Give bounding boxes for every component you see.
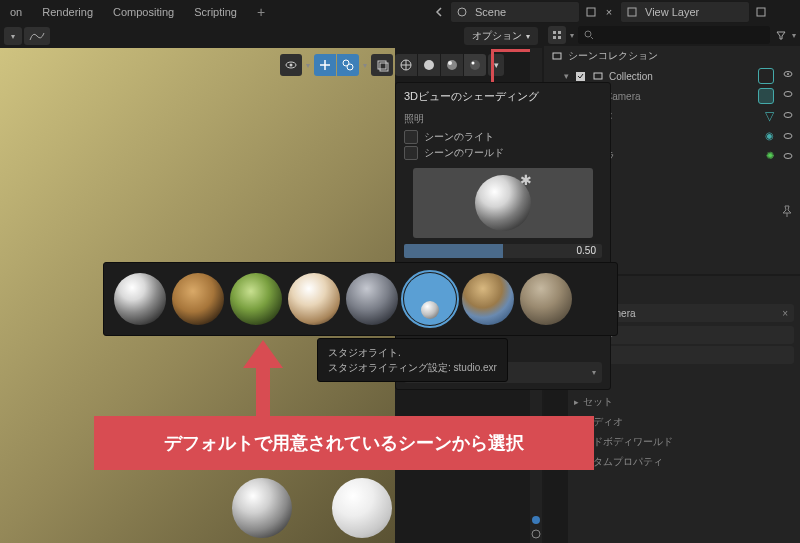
add-workspace-button[interactable]: + <box>247 0 275 24</box>
svg-point-5 <box>290 64 293 67</box>
light-data-icon[interactable]: ✺ <box>766 150 774 162</box>
annotation-banner: デフォルトで用意されているシーンから選択 <box>94 416 594 470</box>
collection-icon <box>591 69 605 83</box>
eye-icon[interactable] <box>782 150 794 162</box>
gear-icon[interactable]: ✱ <box>520 172 532 188</box>
svg-point-15 <box>472 62 475 65</box>
hdri-picker-strip <box>103 262 618 336</box>
scene-lights-checkbox[interactable]: シーンのライト <box>404 130 602 144</box>
eye-icon[interactable] <box>782 109 794 123</box>
svg-point-20 <box>585 31 591 37</box>
scene-world-checkbox[interactable]: シーンのワールド <box>404 146 602 160</box>
scene-dropdown[interactable]: Scene <box>450 1 580 23</box>
eye-icon[interactable] <box>782 68 794 84</box>
tooltip-line1: スタジオライト. <box>328 345 497 360</box>
annotation-text: デフォルトで用意されているシーンから選択 <box>164 431 524 455</box>
svg-point-42 <box>532 530 540 538</box>
svg-rect-21 <box>553 53 561 59</box>
svg-point-27 <box>784 113 792 118</box>
delete-scene-icon[interactable]: × <box>602 5 616 19</box>
svg-point-29 <box>784 134 792 139</box>
hdri-option-7[interactable] <box>462 273 514 325</box>
scene-name: Scene <box>475 6 506 18</box>
svg-rect-17 <box>558 31 561 34</box>
svg-rect-1 <box>587 8 595 16</box>
overlay-button[interactable] <box>337 54 359 76</box>
clear-icon[interactable]: × <box>782 308 788 319</box>
svg-point-11 <box>424 60 434 70</box>
shading-matprev[interactable] <box>441 54 463 76</box>
sphere-object[interactable] <box>332 478 392 538</box>
shading-wireframe[interactable] <box>395 54 417 76</box>
hdri-option-8[interactable] <box>520 273 572 325</box>
viewport-shading-toolbar: ▾ ▾ ▾ <box>280 54 504 76</box>
svg-point-0 <box>458 8 466 16</box>
checkbox-icon[interactable] <box>573 69 587 83</box>
svg-rect-8 <box>378 61 386 69</box>
restrict-toggle[interactable] <box>758 88 774 104</box>
hdri-option-4[interactable] <box>288 273 340 325</box>
slider-value: 0.50 <box>577 244 596 258</box>
new-viewlayer-icon[interactable] <box>754 5 768 19</box>
svg-rect-9 <box>380 63 388 71</box>
svg-point-13 <box>448 61 452 65</box>
mesh-data-icon[interactable]: ▽ <box>765 109 774 123</box>
hdri-option-5[interactable] <box>346 273 398 325</box>
options-dropdown[interactable]: オプション ▾ <box>464 27 538 45</box>
workspace-tab[interactable]: Scripting <box>184 0 247 24</box>
nav-gizmo-icon[interactable] <box>531 529 541 539</box>
viewlayer-dropdown[interactable]: View Layer <box>620 1 750 23</box>
svg-point-41 <box>532 516 540 524</box>
secondary-toolbar: オプション ▾ <box>0 26 542 46</box>
eye-icon[interactable] <box>782 130 794 142</box>
svg-rect-2 <box>628 8 636 16</box>
shading-solid[interactable] <box>418 54 440 76</box>
scene-icon <box>455 5 469 19</box>
restrict-toggle[interactable] <box>758 68 774 84</box>
xray-toggle[interactable] <box>371 54 393 76</box>
shading-rendered[interactable] <box>464 54 486 76</box>
workspace-tab[interactable]: Rendering <box>32 0 103 24</box>
outliner-row-scene-collection[interactable]: シーンコレクション <box>544 46 800 66</box>
outliner-display-mode[interactable] <box>548 26 566 44</box>
hdri-option-2[interactable] <box>172 273 224 325</box>
svg-rect-23 <box>594 73 602 79</box>
svg-rect-3 <box>757 8 765 16</box>
hdri-preview[interactable] <box>413 168 593 238</box>
workspace-tab[interactable]: on <box>0 0 32 24</box>
svg-rect-19 <box>558 36 561 39</box>
shading-popover-title: 3Dビューのシェーディング <box>404 89 602 104</box>
svg-rect-16 <box>553 31 556 34</box>
sphere-object[interactable] <box>232 478 292 538</box>
new-scene-icon[interactable] <box>584 5 598 19</box>
tooltip-line2-value: studio.exr <box>454 362 497 373</box>
tooltip: スタジオライト. スタジオライティング設定: studio.exr <box>317 338 508 382</box>
svg-point-31 <box>784 154 792 159</box>
svg-point-14 <box>470 60 480 70</box>
viewport-objects <box>232 478 392 538</box>
eye-icon[interactable] <box>782 88 794 104</box>
light-data-icon[interactable]: ◉ <box>765 130 774 142</box>
visibility-toggle[interactable] <box>280 54 302 76</box>
collection-icon <box>550 49 564 63</box>
svg-point-7 <box>347 64 353 70</box>
hdri-option-1[interactable] <box>114 273 166 325</box>
gizmo-button[interactable] <box>314 54 336 76</box>
hdri-strength-slider[interactable]: 0.50 <box>404 244 602 258</box>
editor-type-dropdown[interactable]: ▾ <box>4 27 22 45</box>
svg-rect-18 <box>553 36 556 39</box>
back-icon[interactable] <box>432 5 446 19</box>
search-icon <box>584 30 594 40</box>
hdri-option-6-selected[interactable] <box>404 273 456 325</box>
svg-point-25 <box>787 73 789 75</box>
lighting-section-label: 照明 <box>404 112 602 126</box>
outliner-search[interactable] <box>578 26 770 44</box>
mode-curve-icon[interactable] <box>24 27 50 45</box>
nav-gizmo-icon[interactable] <box>531 515 541 525</box>
filter-icon[interactable] <box>774 28 788 42</box>
shading-dropdown-button[interactable]: ▾ <box>488 54 504 76</box>
hdri-option-3[interactable] <box>230 273 282 325</box>
pin-icon[interactable] <box>780 204 794 218</box>
viewlayer-icon <box>625 5 639 19</box>
workspace-tab[interactable]: Compositing <box>103 0 184 24</box>
